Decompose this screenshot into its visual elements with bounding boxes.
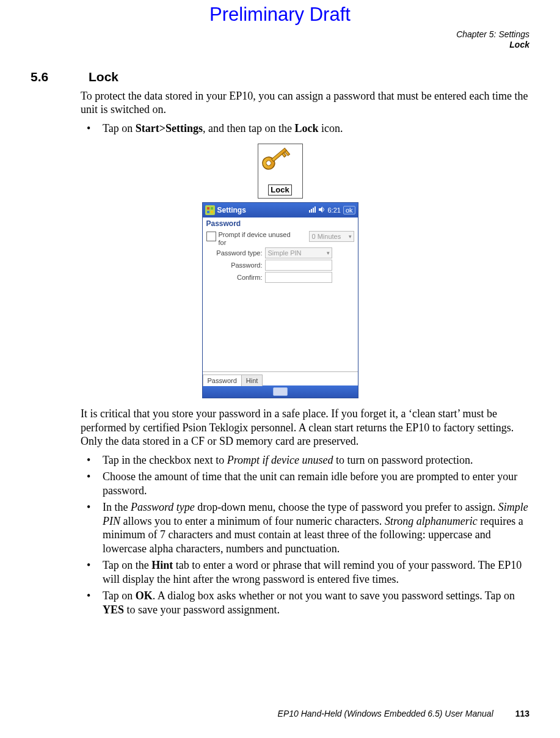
pda-tabs: Password Hint [203, 371, 358, 385]
svg-rect-12 [315, 206, 316, 213]
manual-title: EP10 Hand-Held (Windows Embedded 6.5) Us… [278, 709, 493, 718]
top-bullet-list: Tap on Start>Settings, and then tap on t… [81, 122, 529, 136]
intro-paragraph: To protect the data stored in your EP10,… [81, 89, 529, 117]
svg-rect-10 [311, 209, 312, 213]
chevron-down-icon: ▾ [327, 250, 330, 256]
svg-rect-7 [207, 211, 209, 213]
svg-rect-3 [282, 153, 286, 157]
tab-hint[interactable]: Hint [241, 374, 263, 386]
warning-paragraph: It is critical that you store your passw… [81, 407, 529, 448]
list-item: Tap on Start>Settings, and then tap on t… [81, 122, 529, 136]
pda-status: 6:21 ok [309, 206, 355, 214]
keyboard-icon[interactable] [273, 387, 288, 396]
prompt-label: Prompt if device unused for [219, 231, 309, 246]
pda-clock: 6:21 [327, 206, 340, 214]
pda-body: Prompt if device unused for 0 Minutes▾ P… [203, 230, 358, 371]
section-title: Lock [89, 70, 529, 84]
ok-button[interactable]: ok [343, 206, 355, 214]
password-label: Password: [206, 261, 265, 269]
svg-marker-13 [319, 206, 322, 213]
page-number: 113 [515, 709, 529, 718]
prompt-duration-select[interactable]: 0 Minutes▾ [309, 231, 354, 242]
pda-titlebar: Settings 6:21 ok [203, 203, 358, 217]
section-number: 5.6 [31, 70, 89, 84]
tab-password[interactable]: Password [203, 374, 242, 386]
pda-title: Settings [217, 206, 307, 214]
svg-rect-11 [313, 208, 314, 213]
list-item: Choose the amount of time that the unit … [81, 470, 529, 497]
steps-list: Tap in the checkbox next to Prompt if de… [81, 453, 529, 617]
speaker-icon [319, 206, 325, 214]
pda-screenshot: Settings 6:21 ok Password Prompt if devi… [202, 202, 358, 398]
svg-rect-8 [211, 211, 213, 213]
pda-bottombar [203, 385, 358, 398]
prompt-checkbox[interactable] [206, 232, 216, 241]
svg-rect-5 [207, 207, 209, 210]
list-item: In the Password type drop-down menu, cho… [81, 500, 529, 555]
password-type-select[interactable]: Simple PIN▾ [265, 247, 332, 258]
svg-rect-9 [309, 210, 310, 213]
svg-rect-6 [211, 207, 213, 210]
confirm-label: Confirm: [206, 274, 265, 281]
signal-icon [309, 206, 316, 214]
key-icon [262, 147, 299, 180]
list-item: Tap in the checkbox next to Prompt if de… [81, 453, 529, 467]
start-icon [205, 205, 215, 215]
page-footer: EP10 Hand-Held (Windows Embedded 6.5) Us… [31, 709, 529, 718]
confirm-input[interactable] [265, 272, 332, 283]
list-item: Tap on the Hint tab to enter a word or p… [81, 558, 529, 586]
password-input[interactable] [265, 260, 332, 271]
watermark-draft: Preliminary Draft [31, 0, 529, 26]
lock-icon-caption: Lock [258, 184, 302, 195]
password-type-label: Password type: [206, 249, 265, 257]
chevron-down-icon: ▾ [349, 233, 352, 239]
chapter-label: Chapter 5: Settings [31, 29, 529, 40]
lock-icon-figure: Lock [258, 144, 303, 199]
list-item: Tap on OK. A dialog box asks whether or … [81, 589, 529, 616]
chapter-sub: Lock [31, 40, 529, 50]
pda-subheader: Password [203, 217, 358, 230]
